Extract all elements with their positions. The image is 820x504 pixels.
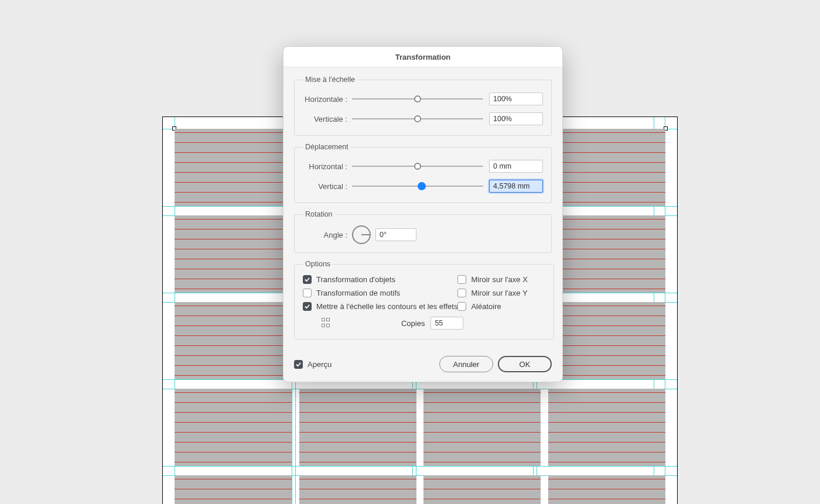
grid-icon	[322, 318, 332, 328]
scale-vert-label: Verticale :	[303, 115, 352, 124]
scale-horiz-input[interactable]: 100%	[489, 92, 543, 105]
copies-label: Copies	[401, 319, 425, 328]
rotation-legend: Rotation	[303, 210, 335, 218]
move-vert-input[interactable]: 4,5798 mm	[489, 180, 543, 193]
options-group: Options Transformation d'objets Miroir s…	[294, 260, 554, 340]
options-legend: Options	[303, 260, 333, 268]
rotation-angle-label: Angle :	[303, 231, 352, 239]
cancel-button[interactable]: Annuler	[439, 356, 493, 372]
rotation-dial[interactable]	[352, 225, 371, 244]
preview-checkbox[interactable]: Aperçu	[294, 360, 332, 369]
scale-legend: Mise à l'échelle	[303, 76, 357, 84]
opt-mirror-y[interactable]: Miroir sur l'axe Y	[457, 289, 545, 297]
rotation-angle-input[interactable]: 0°	[375, 228, 416, 241]
move-vert-label: Vertical :	[303, 182, 352, 191]
scale-vert-input[interactable]: 100%	[489, 112, 543, 125]
scale-horiz-label: Horizontale :	[303, 95, 352, 104]
move-vert-slider[interactable]	[352, 186, 483, 187]
dialog-title: Transformation	[283, 47, 562, 67]
opt-random[interactable]: Aléatoire	[457, 302, 545, 311]
transformation-dialog: Transformation Mise à l'échelle Horizont…	[283, 46, 563, 382]
move-horiz-input[interactable]: 0 mm	[489, 160, 543, 173]
ok-button[interactable]: OK	[498, 356, 552, 372]
rotation-group: Rotation Angle : 0°	[294, 210, 552, 253]
move-group: Déplacement Horizontal : 0 mm Vertical :…	[294, 143, 552, 203]
move-horiz-slider[interactable]	[352, 166, 483, 167]
opt-transform-patterns[interactable]: Transformation de motifs	[303, 289, 457, 297]
scale-group: Mise à l'échelle Horizontale : 100% Vert…	[294, 76, 552, 136]
copies-input[interactable]: 55	[430, 317, 463, 330]
move-legend: Déplacement	[303, 143, 351, 151]
scale-vert-slider[interactable]	[352, 118, 483, 119]
opt-mirror-x[interactable]: Miroir sur l'axe X	[457, 275, 545, 284]
scale-horiz-slider[interactable]	[352, 98, 483, 100]
move-horiz-label: Horizontal :	[303, 162, 352, 171]
opt-transform-objects[interactable]: Transformation d'objets	[303, 275, 457, 284]
opt-scale-strokes[interactable]: Mettre à l'échelle les contours et les e…	[303, 302, 457, 311]
